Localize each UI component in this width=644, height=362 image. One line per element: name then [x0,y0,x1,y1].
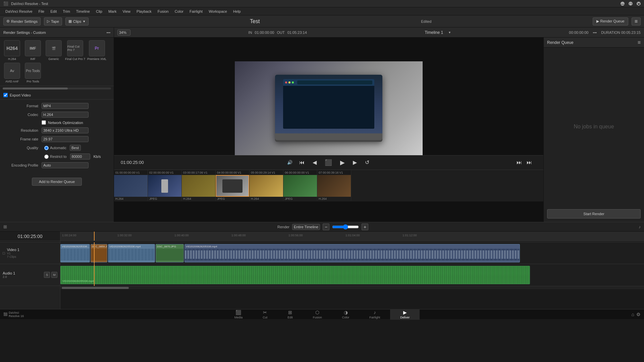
quality-auto-radio[interactable] [44,146,49,150]
quality-best-select[interactable]: Best [70,145,81,151]
zoom-slider[interactable] [332,224,359,230]
start-render-button[interactable]: Start Render [547,209,641,219]
timeline-controls-bar: ⊞ Render Entire Timeline In/Out Range − … [0,222,644,232]
add-to-render-queue-button[interactable]: Add to Render Queue [32,178,82,186]
video-clip-5[interactable]: VID20200828205336.mp4 [184,244,520,262]
render-settings-options[interactable]: ••• [106,31,110,35]
menu-help[interactable]: Help [230,9,244,14]
chevron-down-icon[interactable]: ▼ [448,31,451,34]
encoding-select[interactable]: Auto [42,162,89,168]
preset-avid[interactable]: Av AVID AAF [3,63,21,83]
format-select[interactable]: MP4 MOV MXF [42,103,89,109]
home-button[interactable]: ⌂ [632,312,634,317]
render-settings-button[interactable]: ⚙ Render Settings [3,17,41,25]
preset-h264[interactable]: H264 H.264 [3,40,21,61]
video-clip-1[interactable]: VID20200828205336... [60,244,90,262]
preset-imf[interactable]: IMF IMF [23,40,42,61]
color-label: Color [342,316,350,319]
menu-trim[interactable]: Trim [60,9,73,14]
tape-button[interactable]: ▷ Tape [44,17,62,25]
minimize-button[interactable]: ─ [621,2,625,6]
resolution-select[interactable]: 3840 x 2160 Ultra HD 644 x 362 HD [42,127,89,133]
menu-color[interactable]: Color [172,9,186,14]
clip-item-5[interactable]: 0500:00:29:14V1 H.264 [250,170,283,201]
video-clip-4[interactable]: DSC_0870.JPG [156,244,184,262]
clips-button[interactable]: ▦ Clips ▼ [65,17,89,25]
clip-item-1[interactable]: 0100:00:00:00V1 H.264 [114,170,148,201]
audio-clip-1[interactable]: VID20200828205336.mp4 [60,266,530,284]
menu-view[interactable]: View [120,9,133,14]
render-queue-content: No jobs in queue [544,48,644,206]
clip-item-7[interactable]: 0700:00:39:16V1 H.264 [317,170,351,201]
zoom-out-button[interactable]: − [323,224,329,230]
menu-playback[interactable]: Playback [134,9,154,14]
menu-mark[interactable]: Mark [106,9,119,14]
go-to-start-button[interactable]: ⏮ [298,158,306,167]
zoom-in-button[interactable]: + [362,224,368,230]
presets-scrollbar[interactable] [3,87,111,89]
stop-button[interactable]: ⬛ [323,158,333,168]
in-value: 01:00:00:00 [255,31,274,35]
restrict-kbps-input[interactable] [70,154,90,160]
menu-timeline[interactable]: Timeline [73,9,93,14]
skip-to-end-button[interactable]: ⏭ [515,158,523,167]
menu-davinci[interactable]: DaVinci Resolve [3,9,35,14]
network-opt-checkbox[interactable] [42,120,46,125]
menu-edit[interactable]: Edit [48,9,59,14]
quality-restrict-radio[interactable] [44,155,49,159]
expand-button[interactable]: ≡ [632,17,641,25]
timeline-scrollbar[interactable] [60,286,644,289]
go-to-end-button[interactable]: ⏭ [525,158,533,167]
deliver-label: Deliver [400,316,410,319]
render-queue-button[interactable]: ▶ Render Queue [593,17,628,25]
nav-deliver[interactable]: ▶ Deliver [390,309,420,320]
nav-fairlight[interactable]: ♪ Fairlight [359,309,390,320]
menu-fusion[interactable]: Fusion [155,9,171,14]
fairlight-label: Fairlight [369,316,380,319]
close-button[interactable]: ✕ [637,2,641,6]
step-forward-button[interactable]: ▶ [352,158,358,167]
nav-color[interactable]: ◑ Color [332,309,360,320]
settings-button[interactable]: ⚙ [636,312,641,317]
clip-item-2[interactable]: 0200:00:00:00V1 JPEG [148,170,182,201]
zoom-select[interactable]: 34% 50% 100% [117,29,130,36]
video-clip-2[interactable]: D: C_0859.JPG [91,244,107,262]
codec-select[interactable]: H.264 H.265 [42,112,89,118]
nav-media[interactable]: ⬛ Media [224,309,253,320]
volume-icon[interactable]: 🔊 [287,160,292,165]
preset-generic[interactable]: 🎬 Generic [44,40,63,61]
loop-button[interactable]: ↺ [364,158,371,167]
top-toolbar: ⚙ Render Settings ▷ Tape ▦ Clips ▼ Test … [0,15,644,27]
title-bar-left: ⬛ DaVinci Resolve - Test [3,1,48,6]
nav-cut[interactable]: ✂ Cut [253,309,277,320]
render-option-select[interactable]: Entire Timeline In/Out Range [292,224,320,230]
preset-final-cut[interactable]: Final Cut Pro 7 Final Cut Pro 7 [65,40,85,61]
maximize-button[interactable]: □ [629,2,633,6]
clip-item-4[interactable]: 0400:00:00:00V1 JPEG [216,170,250,201]
track-settings-icon[interactable]: ⊞ [3,224,7,229]
menu-file[interactable]: File [36,9,47,14]
play-button[interactable]: ▶ [339,158,346,168]
video-track-name: Video 1 [7,248,19,252]
preset-pro-tools[interactable]: Pro Tools Pro Tools [23,63,42,83]
restrict-row: Restrict to Kb/s [5,154,109,160]
solo-button[interactable]: S [44,272,50,278]
menu-fairlight[interactable]: Fairlight [187,9,205,14]
mute-button[interactable]: M [51,272,57,278]
menu-workspace[interactable]: Workspace [206,9,230,14]
clip-thumb-3 [182,175,215,197]
render-queue-expand[interactable]: ≡ [638,40,641,46]
clip-item-3[interactable]: 0300:00:17:06V1 H.264 [182,170,216,201]
nav-edit[interactable]: ⊞ Edit [277,309,303,320]
audio-icon[interactable]: ♪ [639,225,641,229]
menu-clip[interactable]: Clip [93,9,105,14]
nav-fusion[interactable]: ⬡ Fusion [303,309,332,320]
export-video-checkbox[interactable] [3,93,8,97]
clip-item-6[interactable]: 0600:00:00:00V1 JPEG [283,170,317,201]
step-back-button[interactable]: ◀ [311,158,318,167]
video-clip-3[interactable]: VID20200828205336.mp4 [108,244,155,262]
framerate-select[interactable]: 29.97 24 30 60 [42,136,89,142]
preset-premiere[interactable]: Pr Premiere XML [87,40,107,61]
export-video-section: Export Video [0,91,114,100]
clip-thumb-6 [283,175,317,197]
